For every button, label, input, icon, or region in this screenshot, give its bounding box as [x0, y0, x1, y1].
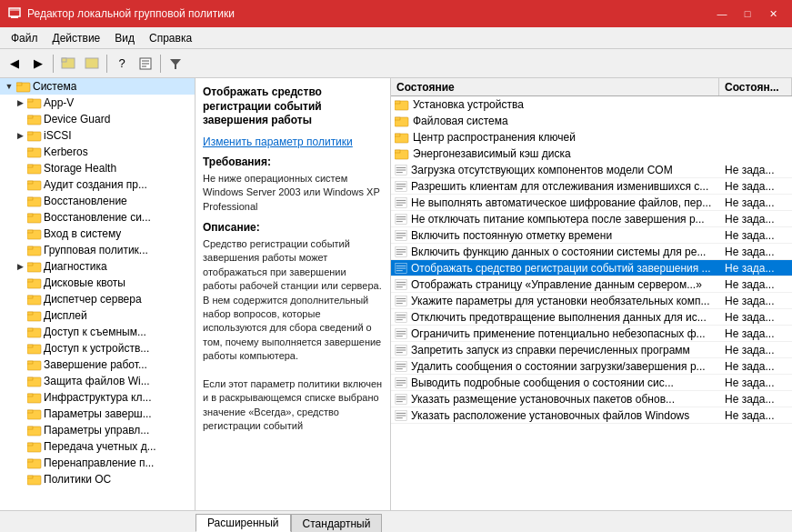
tree-item-audit[interactable]: ▶ Аудит создания пр...	[0, 176, 195, 193]
folder-icon-vhod	[27, 227, 42, 240]
tree-item-dostupk[interactable]: ▶ Доступ к съемным...	[0, 324, 195, 340]
policy-icon-5	[395, 246, 407, 258]
menu-action[interactable]: Действие	[45, 30, 108, 46]
policy-status-cell-2: Не зада...	[719, 196, 792, 209]
filter-button[interactable]	[165, 53, 186, 75]
policy-name-cell-4: Включить постоянную отметку времени	[391, 229, 719, 242]
tree-item-peredacha[interactable]: ▶ Передача учетных д...	[0, 438, 195, 455]
policy-name-text-6: Отображать средство регистрации событий …	[411, 262, 711, 275]
tree-item-diskovye[interactable]: ▶ Дисковые квоты	[0, 275, 195, 291]
header-name[interactable]: Состояние	[391, 78, 719, 95]
help-button[interactable]: ?	[111, 53, 133, 75]
policy-row-9[interactable]: Отключить предотвращение выполнения данн…	[391, 309, 792, 326]
tree-item-display[interactable]: ▶ Дисплей	[0, 307, 195, 324]
header-status[interactable]: Состоян...	[719, 78, 792, 95]
policy-row-12[interactable]: Удалить сообщения о состоянии загрузки/з…	[391, 358, 792, 375]
tree-item-zavershenie[interactable]: ▶ Завершение работ...	[0, 356, 195, 373]
tree-label-diagnostika: Диагностика	[44, 260, 107, 273]
policy-group-energo[interactable]: Энергонезависимый кэш диска	[391, 146, 792, 162]
policy-name-text-8: Укажите параметры для установки необязат…	[411, 295, 710, 307]
tree-item-politiki[interactable]: ▶ Политики ОС	[0, 471, 195, 487]
tree-item-infra[interactable]: ▶ Инфраструктура кл...	[0, 389, 195, 406]
bottom-area: Расширенный Стандартный 16 параметров	[0, 510, 792, 532]
svg-rect-62	[395, 101, 400, 104]
expander-diagnostika[interactable]: ▶	[15, 261, 25, 272]
tree-label-param1: Параметры заверш...	[44, 407, 152, 420]
minimize-button[interactable]: —	[710, 5, 734, 23]
policy-row-10[interactable]: Ограничить применение потенциально небез…	[391, 326, 792, 342]
group-name-centr: Центр распространения ключей	[413, 131, 576, 144]
tree-item-appv[interactable]: ▶ App-V	[0, 95, 195, 111]
tree-label-politiki: Политики ОС	[44, 473, 111, 486]
menu-view[interactable]: Вид	[107, 30, 142, 46]
maximize-button[interactable]: □	[736, 5, 759, 23]
policy-name-cell-8: Укажите параметры для установки необязат…	[391, 295, 719, 307]
policy-icon-1	[395, 180, 407, 193]
forward-button[interactable]: ▶	[27, 53, 49, 75]
up-button[interactable]	[57, 53, 79, 75]
menu-help[interactable]: Справка	[142, 30, 199, 46]
policy-row-13[interactable]: Выводить подробные сообщения о состоянии…	[391, 375, 792, 391]
tree-label-infra: Инфраструктура кл...	[44, 391, 151, 404]
policy-row-7[interactable]: Отображать страницу «Управление данным с…	[391, 276, 792, 293]
policy-row-14[interactable]: Указать размещение установочных пакетов …	[391, 391, 792, 407]
policy-group-centr[interactable]: Центр распространения ключей	[391, 129, 792, 146]
tree-label-appv: App-V	[44, 96, 74, 109]
policy-icon-9	[395, 311, 407, 324]
tree-item-storagehealth[interactable]: ▶ Storage Health	[0, 160, 195, 176]
policy-row-0[interactable]: Загрузка отсутствующих компонентов модел…	[391, 162, 792, 178]
policy-name-cell-12: Удалить сообщения о состоянии загрузки/з…	[391, 360, 719, 373]
policy-group-fajlovaya[interactable]: Файловая система	[391, 113, 792, 129]
svg-rect-64	[395, 117, 400, 120]
expander-sistema[interactable]: ▼	[4, 81, 15, 92]
policy-row-1[interactable]: Разрешить клиентам для отслеживания изме…	[391, 178, 792, 195]
policy-group-ustanovka[interactable]: Установка устройства	[391, 96, 792, 113]
tree-item-deviceguard[interactable]: ▶ Device Guard	[0, 111, 195, 127]
policy-row-3[interactable]: Не отключать питание компьютера после за…	[391, 211, 792, 227]
svg-rect-44	[27, 345, 33, 347]
folder-icon-politiki	[27, 473, 42, 486]
svg-rect-28	[27, 214, 33, 216]
menu-file[interactable]: Файл	[4, 30, 45, 46]
tab-standard[interactable]: Стандартный	[291, 514, 383, 532]
tree-label-storagehealth: Storage Health	[44, 162, 116, 175]
back-button[interactable]: ◀	[4, 53, 25, 75]
group-name-ustanovka: Установка устройства	[413, 98, 524, 111]
policy-row-8[interactable]: Укажите параметры для установки необязат…	[391, 293, 792, 309]
expander-appv[interactable]: ▶	[15, 97, 25, 108]
desc-change-link[interactable]: Изменить параметр политики	[203, 136, 383, 148]
tree-item-diagnostika[interactable]: ▶ Диагностика	[0, 258, 195, 275]
tree-item-dispserver[interactable]: ▶ Диспетчер сервера	[0, 291, 195, 307]
policy-row-11[interactable]: Запретить запуск из справки перечисленны…	[391, 342, 792, 358]
policy-row-15[interactable]: Указать расположение установочных файлов…	[391, 407, 792, 424]
tree-item-param1[interactable]: ▶ Параметры заверш...	[0, 406, 195, 422]
policy-icon-12	[395, 360, 407, 373]
policy-row-5[interactable]: Включить функцию данных о состоянии сист…	[391, 244, 792, 260]
tree-item-vhod[interactable]: ▶ Вход в систему	[0, 226, 195, 242]
properties-button[interactable]	[135, 53, 156, 75]
policy-row-4[interactable]: Включить постоянную отметку времениНе за…	[391, 227, 792, 244]
tree-item-zaschita[interactable]: ▶ Защита файлов Wi...	[0, 373, 195, 389]
policy-row-6[interactable]: Отображать средство регистрации событий …	[391, 260, 792, 276]
close-button[interactable]: ✕	[761, 5, 785, 23]
policy-row-2[interactable]: Не выполнять автоматическое шифрование ф…	[391, 195, 792, 211]
desc-policy-title: Отображать средство регистрации событий …	[203, 85, 383, 128]
tab-extended[interactable]: Расширенный	[195, 514, 291, 532]
tree-item-vosstanovlenie[interactable]: ▶ Восстановление	[0, 193, 195, 209]
policy-icon-11	[395, 344, 407, 356]
tree-item-sistema[interactable]: ▼ Система	[0, 78, 195, 95]
svg-rect-60	[27, 476, 33, 478]
tree-item-iscsi[interactable]: ▶ iSCSI	[0, 127, 195, 144]
tree-item-dostupku[interactable]: ▶ Доступ к устройств...	[0, 340, 195, 356]
tree-item-param2[interactable]: ▶ Параметры управл...	[0, 422, 195, 438]
policy-name-cell-13: Выводить подробные сообщения о состоянии…	[391, 376, 719, 389]
tree-item-perenaprav[interactable]: ▶ Перенаправление п...	[0, 455, 195, 471]
tree-item-gruppo[interactable]: ▶ Групповая политик...	[0, 242, 195, 258]
tree-item-kerberos[interactable]: ▶ Kerberos	[0, 144, 195, 160]
policy-icon-8	[395, 295, 407, 307]
policy-status-cell-11: Не зада...	[719, 344, 792, 356]
expander-iscsi[interactable]: ▶	[15, 130, 25, 141]
tree-item-vosstanovlenies[interactable]: ▶ Восстановление си...	[0, 209, 195, 226]
show-hide-button[interactable]	[81, 53, 103, 75]
policy-icon-0	[395, 164, 407, 176]
